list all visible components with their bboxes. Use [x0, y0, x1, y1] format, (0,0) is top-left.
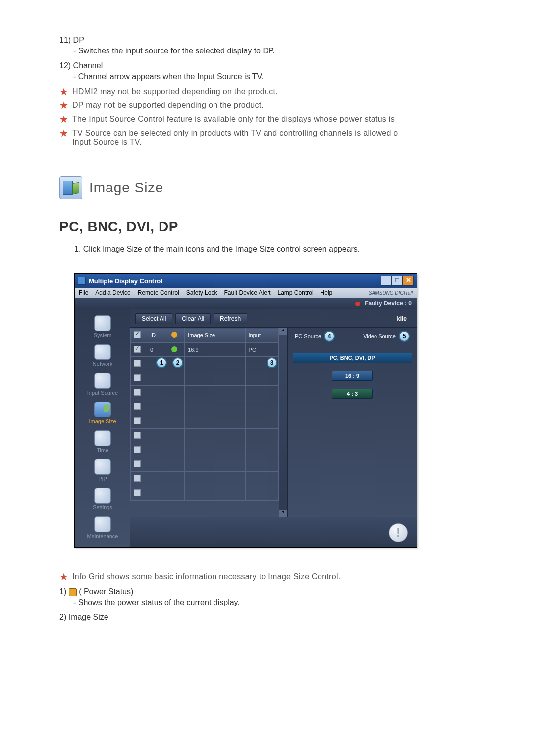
cell-image-size: 16:9 [185, 343, 245, 357]
sidebar-item-maintenance[interactable]: Maintenance [75, 513, 130, 542]
right-panel: PC Source 4 Video Source 5 PC, BNC, DVI,… [287, 328, 417, 517]
power-header-icon [171, 332, 177, 338]
row-checkbox[interactable] [134, 460, 141, 467]
callout-1: 1 [156, 357, 167, 368]
app-icon [78, 277, 86, 285]
col-id: ID [147, 328, 168, 343]
note-3: ★ The Input Source Control feature is av… [59, 115, 515, 124]
device-table-wrap: ID Image Size Input 0 16:9 PC [130, 328, 279, 517]
close-button[interactable]: ✕ [403, 276, 414, 286]
table-row[interactable] [131, 386, 279, 400]
scroll-up-icon[interactable]: ▲ [279, 328, 287, 335]
item-title: Image Size [69, 613, 108, 621]
item-title: ( Power Status) [79, 587, 133, 596]
image-size-icon [59, 176, 82, 199]
row-checkbox[interactable] [134, 374, 141, 381]
table-row[interactable] [131, 486, 279, 501]
star-icon: ★ [59, 572, 68, 581]
table-row[interactable] [131, 429, 279, 443]
table-row[interactable] [131, 457, 279, 472]
pc-source-label: PC Source [295, 333, 321, 339]
subsection-title: PC, BNC, DVI, DP [59, 219, 515, 235]
select-all-checkbox[interactable] [134, 331, 141, 338]
table-row[interactable] [131, 371, 279, 386]
col-image-size: Image Size [185, 328, 245, 343]
cell-id: 0 [147, 343, 168, 357]
star-icon: ★ [59, 129, 68, 138]
table-scrollbar[interactable]: ▲ ▼ [279, 328, 287, 517]
table-row[interactable] [131, 400, 279, 414]
menu-help[interactable]: Help [321, 289, 333, 296]
row-checkbox[interactable] [134, 446, 141, 453]
status-bar: ! [130, 517, 417, 547]
table-row[interactable]: 1 2 3 [131, 357, 279, 371]
mdc-window: Multiple Display Control _ □ ✕ File Add … [74, 273, 417, 548]
sidebar: System Network Input Source Image Size T… [75, 309, 130, 547]
maximize-button[interactable]: □ [392, 276, 403, 286]
sidebar-item-pip[interactable]: PIP [75, 456, 130, 485]
col-input: Input [245, 328, 278, 343]
star-icon: ★ [59, 101, 68, 110]
ratio-4-3-button[interactable]: 4 : 3 [332, 389, 373, 399]
sidebar-item-input-source[interactable]: Input Source [75, 370, 130, 399]
note-text: Info Grid shows some basic information n… [72, 572, 341, 581]
item-sub: - Shows the power status of the current … [73, 598, 515, 607]
section-heading-row: Image Size [59, 176, 515, 199]
clear-all-button[interactable]: Clear All [175, 313, 211, 324]
sidebar-item-settings[interactable]: Settings [75, 485, 130, 513]
menu-lamp-control[interactable]: Lamp Control [278, 289, 314, 296]
note-text: The Input Source Control feature is avai… [72, 115, 395, 124]
row-checkbox[interactable] [134, 417, 141, 424]
fault-dot-icon [355, 302, 360, 306]
row-checkbox[interactable] [134, 475, 141, 482]
window-title: Multiple Display Control [89, 277, 162, 285]
video-source-label: Video Source [363, 333, 396, 339]
sidebar-item-system[interactable]: System [75, 312, 130, 341]
table-header-row: ID Image Size Input [131, 328, 279, 343]
power-status-icon [69, 588, 77, 596]
sidebar-item-time[interactable]: Time [75, 427, 130, 456]
table-row[interactable] [131, 414, 279, 429]
minimize-button[interactable]: _ [381, 276, 392, 286]
power-on-icon [171, 346, 177, 352]
table-row[interactable]: 0 16:9 PC [131, 343, 279, 357]
item-sub: - Switches the input source for the sele… [73, 47, 515, 55]
callout-2: 2 [172, 357, 183, 368]
row-checkbox[interactable] [134, 489, 141, 496]
sidebar-item-image-size[interactable]: Image Size [75, 399, 130, 427]
menu-file[interactable]: File [79, 289, 88, 296]
menu-fault-alert[interactable]: Fault Device Alert [224, 289, 270, 296]
row-checkbox[interactable] [134, 403, 141, 410]
row-checkbox[interactable] [134, 432, 141, 439]
refresh-button[interactable]: Refresh [214, 313, 247, 324]
item-number: 2) [59, 613, 66, 621]
note-2: ★ DP may not be supported depending on t… [59, 101, 515, 110]
note-text: TV Source can be selected only in produc… [72, 129, 398, 147]
row-checkbox[interactable] [134, 389, 141, 396]
table-row[interactable] [131, 443, 279, 457]
star-icon: ★ [59, 87, 68, 96]
menu-safety-lock[interactable]: Safety Lock [186, 289, 217, 296]
row-checkbox[interactable] [134, 346, 141, 353]
ratio-16-9-button[interactable]: 16 : 9 [332, 371, 373, 381]
item-title: DP [73, 36, 84, 44]
scroll-down-icon[interactable]: ▼ [279, 510, 287, 517]
menu-remote-control[interactable]: Remote Control [138, 289, 179, 296]
callout-3: 3 [267, 357, 277, 368]
table-row[interactable] [131, 472, 279, 486]
brand-label: SAMSUNG DIGITall [369, 290, 413, 296]
sidebar-item-network[interactable]: Network [75, 341, 130, 370]
select-all-button[interactable]: Select All [135, 313, 172, 324]
cell-input: PC [245, 343, 278, 357]
faulty-device-text: Faulty Device : 0 [365, 300, 412, 307]
list-item-12: 12) Channel - Channel arrow appears when… [59, 61, 515, 81]
faulty-device-bar: Faulty Device : 0 [75, 298, 417, 309]
callout-4: 4 [324, 331, 335, 342]
item-number: 12) [59, 61, 71, 70]
row-checkbox[interactable] [134, 360, 141, 367]
menu-add-device[interactable]: Add a Device [95, 289, 130, 296]
callout-5: 5 [399, 331, 410, 342]
section-title: Image Size [89, 180, 163, 196]
item-number: 11) [59, 36, 71, 44]
note-1: ★ HDMI2 may not be supported depending o… [59, 87, 515, 96]
